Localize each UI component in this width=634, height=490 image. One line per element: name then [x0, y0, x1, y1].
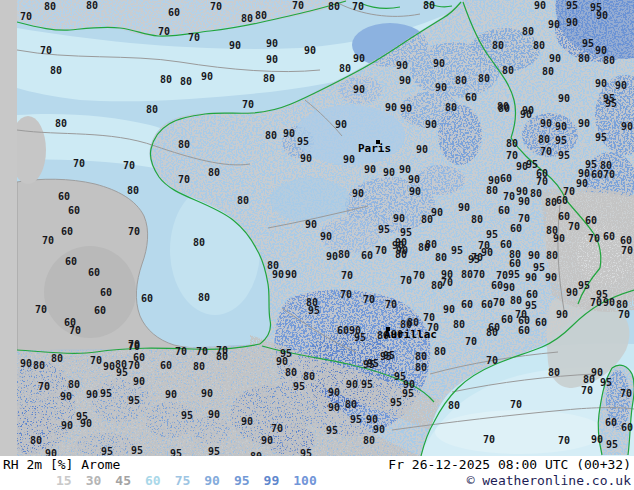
rh-value-label: 60 [337, 326, 349, 335]
rh-value-label: 70 [400, 276, 412, 285]
rh-value-label: 90 [443, 305, 455, 314]
rh-value-label: 60 [68, 206, 80, 215]
rh-value-label: 90 [353, 54, 365, 63]
rh-value-label: 90 [305, 220, 317, 229]
rh-value-label: 70 [271, 424, 283, 433]
rh-value-label: 95 [208, 447, 220, 456]
product-label: RH 2m [%] Arome [3, 457, 120, 472]
rh-value-label: 80 [263, 74, 275, 83]
rh-value-label: 90 [578, 119, 590, 128]
rh-value-label: 95 [605, 99, 617, 108]
rh-value-label: 95 [293, 382, 305, 391]
rh-value-label: 90 [343, 155, 355, 164]
rh-value-label: 90 [488, 176, 500, 185]
legend-value-99: 99 [264, 473, 280, 488]
rh-value-label: 60 [58, 192, 70, 201]
rh-value-label: 80 [193, 362, 205, 371]
rh-value-label: 95 [350, 415, 362, 424]
rh-value-label: 60 [88, 268, 100, 277]
rh-value-label: 80 [146, 105, 158, 114]
rh-value-label: 95 [595, 133, 607, 142]
rh-value-label: 90 [266, 55, 278, 64]
rh-value-label: 95 [297, 137, 309, 146]
rh-value-label: 80 [502, 66, 514, 75]
rh-value-label: 60 [361, 251, 373, 260]
rh-value-label: 95 [486, 230, 498, 239]
rh-value-label: 80 [328, 2, 340, 11]
rh-value-label: 70 [603, 170, 615, 179]
rh-value-label: 90 [400, 104, 412, 113]
rh-value-label: 80 [86, 1, 98, 10]
rh-value-label: 70 [385, 300, 397, 309]
rh-value-label: 80 [216, 352, 228, 361]
rh-value-label: 60 [585, 216, 597, 225]
rh-value-label: 90 [61, 421, 73, 430]
rh-value-label: 70 [341, 271, 353, 280]
rh-value-label: 80 [461, 270, 473, 279]
rh-value-label: 60 [465, 93, 477, 102]
rh-value-label: 90 [261, 436, 273, 445]
rh-value-label: 80 [51, 354, 63, 363]
rh-value-label: 95 [390, 398, 402, 407]
rh-value-label: 70 [503, 192, 515, 201]
rh-value-label: 80 [198, 293, 210, 302]
rh-value-label: 70 [292, 1, 304, 10]
rh-value-label: 70 [123, 161, 135, 170]
rh-value-label: 90 [615, 81, 627, 90]
rh-value-label: 95 [181, 411, 193, 420]
rh-value-label: 90 [591, 435, 603, 444]
rh-value-label: 90 [80, 419, 92, 428]
rh-value-label: 70 [496, 271, 508, 280]
rh-value-label: 80 [418, 243, 430, 252]
rh-value-label: 60 [168, 8, 180, 17]
rh-value-label: 80 [193, 238, 205, 247]
rh-value-label: 90 [528, 251, 540, 260]
rh-value-label: 80 [492, 41, 504, 50]
rh-value-label: 80 [546, 251, 558, 260]
rh-value-label: 95 [582, 39, 594, 48]
rh-value-label: 95 [468, 255, 480, 264]
rh-value-label: 90 [503, 283, 515, 292]
rh-value-label: 70 [540, 147, 552, 156]
rh-value-label: 60 [160, 361, 172, 370]
rh-value-label: 70 [478, 241, 490, 250]
rh-value-label: 60 [621, 423, 633, 432]
rh-value-label: 60 [491, 281, 503, 290]
rh-value-label: 90 [433, 59, 445, 68]
rh-value-label: 60 [133, 353, 145, 362]
rh-value-label: 90 [393, 214, 405, 223]
rh-value-label: 90 [399, 165, 411, 174]
rh-value-label: 90 [60, 392, 72, 401]
rh-value-label: 60 [61, 227, 73, 236]
rh-value-label: 60 [498, 206, 510, 215]
rh-value-label: 90 [458, 203, 470, 212]
rh-value-label: 80 [616, 300, 628, 309]
rh-value-label: 95 [558, 151, 570, 160]
rh-value-label: 90 [266, 39, 278, 48]
rh-value-label: 90 [285, 270, 297, 279]
rh-value-label: 70 [536, 177, 548, 186]
rh-value-label: 90 [566, 18, 578, 27]
map-area: 8080706070808070807080909595907070909090… [0, 0, 634, 456]
rh-value-label: 80 [415, 352, 427, 361]
rh-value-label: 90 [328, 388, 340, 397]
rh-value-label: 90 [558, 94, 570, 103]
rh-value-label: 80 [578, 54, 590, 63]
rh-value-label: 95 [128, 396, 140, 405]
rh-value-label: 80 [548, 368, 560, 377]
rh-value-label: 60 [558, 212, 570, 221]
legend-value-60: 60 [145, 473, 161, 488]
rh-value-label: 70 [568, 222, 580, 231]
rh-value-label: 95 [170, 449, 182, 456]
rh-value-label: 80 [542, 67, 554, 76]
rh-value-label: 60 [605, 418, 617, 427]
rh-value-label: 80 [363, 436, 375, 445]
rh-value-label: 70 [178, 175, 190, 184]
rh-value-label: 80 [50, 66, 62, 75]
rh-value-label: 90 [272, 270, 284, 279]
rh-value-label: 95 [600, 378, 612, 387]
rh-value-label: 70 [483, 435, 495, 444]
rh-value-label: 90 [364, 165, 376, 174]
rh-value-label: 80 [545, 198, 557, 207]
rh-value-label: 60 [100, 288, 112, 297]
